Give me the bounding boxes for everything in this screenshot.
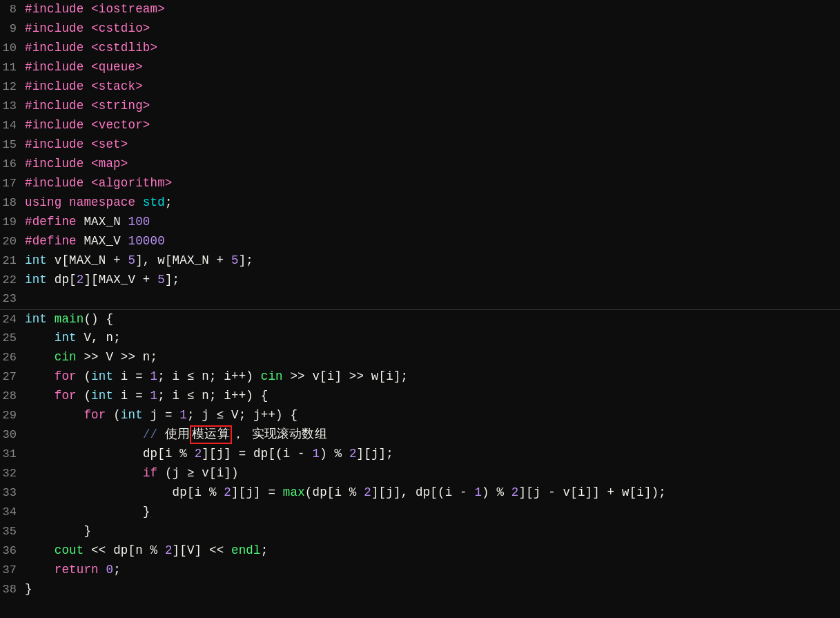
code-line: 10#include <cstdlib> [0, 39, 840, 58]
line-content: using namespace std; [25, 193, 840, 212]
code-line: 23 [0, 290, 840, 309]
line-content: } [25, 522, 840, 541]
line-number: 21 [0, 252, 25, 270]
code-line: 34 } [0, 503, 840, 522]
line-number: 33 [0, 484, 25, 502]
line-number: 20 [0, 233, 25, 251]
code-line: 18using namespace std; [0, 193, 840, 213]
line-content: int v[MAX_N + 5], w[MAX_N + 5]; [25, 251, 840, 270]
line-content: dp[i % 2][j] = dp[(i - 1) % 2][j]; [25, 445, 840, 463]
line-number: 28 [0, 387, 25, 405]
line-content: #include <iostream> [25, 0, 840, 19]
line-content: int V, n; [25, 329, 840, 347]
line-content: #include <stack> [25, 77, 840, 96]
line-number: 8 [0, 1, 25, 19]
line-content: for (int i = 1; i ≤ n; i++) { [25, 387, 840, 405]
line-content: #include <string> [25, 97, 840, 115]
line-content: // 使用模运算， 实现滚动数组 [25, 425, 840, 444]
line-number: 37 [0, 561, 25, 579]
line-content: cin >> V >> n; [25, 348, 840, 367]
line-content: #define MAX_V 10000 [25, 232, 840, 251]
line-content: for (int i = 1; i ≤ n; i++) cin >> v[i] … [25, 367, 840, 386]
code-line: 19#define MAX_N 100 [0, 213, 840, 232]
line-number: 10 [0, 39, 25, 57]
line-content: int main() { [25, 310, 840, 329]
line-content: #include <cstdio> [25, 19, 840, 38]
line-content: #include <queue> [25, 58, 840, 77]
code-line: 28 for (int i = 1; i ≤ n; i++) { [0, 387, 840, 406]
code-line: 37 return 0; [0, 561, 840, 580]
line-number: 17 [0, 175, 25, 193]
line-content: return 0; [25, 561, 840, 579]
code-line: 26 cin >> V >> n; [0, 348, 840, 367]
line-number: 36 [0, 542, 25, 560]
line-number: 34 [0, 503, 25, 521]
code-line: 24int main() { [0, 309, 840, 329]
line-number: 26 [0, 349, 25, 367]
line-number: 11 [0, 59, 25, 77]
line-content: dp[i % 2][j] = max(dp[i % 2][j], dp[(i -… [25, 483, 840, 502]
code-line: 13#include <string> [0, 97, 840, 116]
line-number: 23 [0, 290, 25, 308]
line-number: 15 [0, 136, 25, 154]
line-number: 31 [0, 445, 25, 463]
line-content: #define MAX_N 100 [25, 213, 840, 231]
code-line: 35 } [0, 522, 840, 541]
line-number: 18 [0, 194, 25, 212]
line-content: cout << dp[n % 2][V] << endl; [25, 541, 840, 560]
code-line: 8#include <iostream> [0, 0, 840, 19]
line-number: 27 [0, 368, 25, 386]
code-line: 21int v[MAX_N + 5], w[MAX_N + 5]; [0, 251, 840, 271]
code-line: 29 for (int j = 1; j ≤ V; j++) { [0, 406, 840, 425]
line-number: 30 [0, 426, 25, 444]
code-line: 32 if (j ≥ v[i]) [0, 464, 840, 483]
code-line: 38} [0, 580, 840, 599]
line-content: #include <algorithm> [25, 174, 840, 193]
code-line: 22int dp[2][MAX_V + 5]; [0, 271, 840, 290]
line-number: 35 [0, 523, 25, 541]
line-content: for (int j = 1; j ≤ V; j++) { [25, 406, 840, 425]
line-number: 24 [0, 311, 25, 329]
line-content: #include <cstdlib> [25, 39, 840, 57]
line-content: #include <set> [25, 135, 840, 154]
line-number: 29 [0, 407, 25, 425]
line-content: #include <vector> [25, 116, 840, 135]
line-content: } [25, 503, 840, 521]
code-line: 17#include <algorithm> [0, 174, 840, 193]
line-content: } [25, 580, 840, 599]
code-line: 36 cout << dp[n % 2][V] << endl; [0, 541, 840, 561]
line-number: 12 [0, 78, 25, 96]
line-content: #include <map> [25, 155, 840, 173]
code-line: 14#include <vector> [0, 116, 840, 135]
code-line: 15#include <set> [0, 135, 840, 155]
code-line: 30 // 使用模运算， 实现滚动数组 [0, 425, 840, 445]
code-line: 25 int V, n; [0, 329, 840, 348]
line-number: 16 [0, 155, 25, 173]
line-number: 25 [0, 329, 25, 347]
code-line: 20#define MAX_V 10000 [0, 232, 840, 251]
code-line: 12#include <stack> [0, 77, 840, 97]
line-number: 22 [0, 271, 25, 289]
code-editor: 8#include <iostream>9#include <cstdio>10… [0, 0, 840, 618]
code-line: 16#include <map> [0, 155, 840, 174]
line-number: 14 [0, 117, 25, 135]
line-content: if (j ≥ v[i]) [25, 464, 840, 483]
code-line: 9#include <cstdio> [0, 19, 840, 39]
line-number: 32 [0, 465, 25, 483]
line-number: 38 [0, 581, 25, 599]
line-content: int dp[2][MAX_V + 5]; [25, 271, 840, 289]
line-number: 13 [0, 97, 25, 115]
code-line: 33 dp[i % 2][j] = max(dp[i % 2][j], dp[(… [0, 483, 840, 503]
code-line: 27 for (int i = 1; i ≤ n; i++) cin >> v[… [0, 367, 840, 387]
line-number: 9 [0, 20, 25, 38]
code-line: 11#include <queue> [0, 58, 840, 77]
code-line: 31 dp[i % 2][j] = dp[(i - 1) % 2][j]; [0, 445, 840, 464]
line-number: 19 [0, 213, 25, 231]
